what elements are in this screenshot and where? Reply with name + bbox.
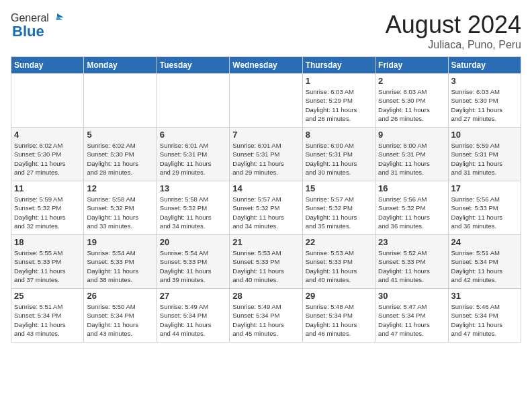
calendar-day-cell: 25Sunrise: 5:51 AMSunset: 5:34 PMDayligh… <box>11 289 84 342</box>
calendar-day-cell: 10Sunrise: 5:59 AMSunset: 5:31 PMDayligh… <box>448 128 521 181</box>
day-info: Sunrise: 5:58 AMSunset: 5:32 PMDaylight:… <box>160 195 226 230</box>
calendar-day-cell: 23Sunrise: 5:52 AMSunset: 5:33 PMDayligh… <box>375 235 448 289</box>
day-number: 17 <box>451 183 518 193</box>
calendar-day-cell: 6Sunrise: 6:01 AMSunset: 5:31 PMDaylight… <box>157 128 229 181</box>
calendar-week-row: 25Sunrise: 5:51 AMSunset: 5:34 PMDayligh… <box>11 289 521 342</box>
day-number: 12 <box>87 183 153 193</box>
calendar-day-cell: 17Sunrise: 5:56 AMSunset: 5:33 PMDayligh… <box>448 181 521 235</box>
calendar-day-cell: 3Sunrise: 6:03 AMSunset: 5:30 PMDaylight… <box>448 74 521 128</box>
weekday-header-monday: Monday <box>84 57 157 74</box>
day-number: 23 <box>378 237 445 247</box>
day-number: 8 <box>306 130 372 140</box>
day-number: 21 <box>232 237 299 247</box>
day-number: 6 <box>160 130 226 140</box>
calendar-day-cell: 27Sunrise: 5:49 AMSunset: 5:34 PMDayligh… <box>157 289 229 342</box>
calendar-day-cell: 16Sunrise: 5:56 AMSunset: 5:32 PMDayligh… <box>375 181 448 235</box>
calendar-day-cell: 15Sunrise: 5:57 AMSunset: 5:32 PMDayligh… <box>302 181 375 235</box>
calendar-day-cell: 22Sunrise: 5:53 AMSunset: 5:33 PMDayligh… <box>302 235 375 289</box>
day-info: Sunrise: 5:53 AMSunset: 5:33 PMDaylight:… <box>232 248 299 284</box>
calendar-week-row: 4Sunrise: 6:02 AMSunset: 5:30 PMDaylight… <box>11 128 521 181</box>
day-info: Sunrise: 5:50 AMSunset: 5:34 PMDaylight:… <box>87 302 153 338</box>
day-info: Sunrise: 5:54 AMSunset: 5:33 PMDaylight:… <box>87 248 153 284</box>
weekday-header-saturday: Saturday <box>448 57 521 74</box>
calendar-day-cell: 20Sunrise: 5:54 AMSunset: 5:33 PMDayligh… <box>157 235 229 289</box>
calendar-day-cell: 4Sunrise: 6:02 AMSunset: 5:30 PMDaylight… <box>11 128 84 181</box>
calendar-day-cell: 14Sunrise: 5:57 AMSunset: 5:32 PMDayligh… <box>230 181 302 235</box>
calendar-day-cell: 7Sunrise: 6:01 AMSunset: 5:31 PMDaylight… <box>230 128 302 181</box>
calendar-day-cell: 30Sunrise: 5:47 AMSunset: 5:34 PMDayligh… <box>375 289 448 342</box>
day-info: Sunrise: 5:52 AMSunset: 5:33 PMDaylight:… <box>378 248 445 284</box>
day-number: 11 <box>14 183 81 193</box>
day-info: Sunrise: 5:48 AMSunset: 5:34 PMDaylight:… <box>306 302 372 338</box>
day-number: 3 <box>451 76 518 86</box>
calendar-day-cell: 21Sunrise: 5:53 AMSunset: 5:33 PMDayligh… <box>230 235 302 289</box>
calendar-week-row: 1Sunrise: 6:03 AMSunset: 5:29 PMDaylight… <box>11 74 521 128</box>
calendar-day-cell: 13Sunrise: 5:58 AMSunset: 5:32 PMDayligh… <box>157 181 229 235</box>
day-number: 9 <box>378 130 445 140</box>
location-subtitle: Juliaca, Puno, Peru <box>386 39 521 51</box>
day-info: Sunrise: 5:49 AMSunset: 5:34 PMDaylight:… <box>160 302 226 338</box>
day-info: Sunrise: 6:02 AMSunset: 5:30 PMDaylight:… <box>14 141 81 177</box>
day-info: Sunrise: 5:47 AMSunset: 5:34 PMDaylight:… <box>378 302 445 338</box>
day-info: Sunrise: 5:55 AMSunset: 5:33 PMDaylight:… <box>14 248 81 284</box>
calendar-day-cell: 1Sunrise: 6:03 AMSunset: 5:29 PMDaylight… <box>302 74 375 128</box>
day-number: 13 <box>160 183 226 193</box>
day-number: 10 <box>451 130 518 140</box>
day-number: 31 <box>451 291 518 301</box>
day-number: 30 <box>378 291 445 301</box>
calendar-day-cell: 18Sunrise: 5:55 AMSunset: 5:33 PMDayligh… <box>11 235 84 289</box>
day-info: Sunrise: 5:57 AMSunset: 5:32 PMDaylight:… <box>306 195 372 230</box>
calendar-week-row: 18Sunrise: 5:55 AMSunset: 5:33 PMDayligh… <box>11 235 521 289</box>
day-number: 1 <box>306 76 372 86</box>
calendar-day-cell: 8Sunrise: 6:00 AMSunset: 5:31 PMDaylight… <box>302 128 375 181</box>
calendar-day-cell: 5Sunrise: 6:02 AMSunset: 5:30 PMDaylight… <box>84 128 157 181</box>
day-number: 2 <box>378 76 445 86</box>
day-info: Sunrise: 5:56 AMSunset: 5:32 PMDaylight:… <box>378 195 445 230</box>
weekday-header-tuesday: Tuesday <box>157 57 229 74</box>
day-number: 16 <box>378 183 445 193</box>
day-info: Sunrise: 6:03 AMSunset: 5:30 PMDaylight:… <box>378 87 445 123</box>
calendar-day-cell: 11Sunrise: 5:59 AMSunset: 5:32 PMDayligh… <box>11 181 84 235</box>
day-info: Sunrise: 5:59 AMSunset: 5:31 PMDaylight:… <box>451 141 518 177</box>
day-number: 18 <box>14 237 81 247</box>
day-number: 24 <box>451 237 518 247</box>
weekday-header-friday: Friday <box>375 57 448 74</box>
day-number: 26 <box>87 291 153 301</box>
day-info: Sunrise: 6:00 AMSunset: 5:31 PMDaylight:… <box>378 141 445 177</box>
calendar-day-cell: 29Sunrise: 5:48 AMSunset: 5:34 PMDayligh… <box>302 289 375 342</box>
day-info: Sunrise: 6:00 AMSunset: 5:31 PMDaylight:… <box>306 141 372 177</box>
day-info: Sunrise: 6:01 AMSunset: 5:31 PMDaylight:… <box>232 141 299 177</box>
weekday-header-thursday: Thursday <box>302 57 375 74</box>
day-info: Sunrise: 6:01 AMSunset: 5:31 PMDaylight:… <box>160 141 226 177</box>
day-number: 25 <box>14 291 81 301</box>
day-number: 5 <box>87 130 153 140</box>
calendar-day-cell: 9Sunrise: 6:00 AMSunset: 5:31 PMDaylight… <box>375 128 448 181</box>
calendar-day-cell: 31Sunrise: 5:46 AMSunset: 5:34 PMDayligh… <box>448 289 521 342</box>
calendar-week-row: 11Sunrise: 5:59 AMSunset: 5:32 PMDayligh… <box>11 181 521 235</box>
calendar-empty-cell <box>11 74 84 128</box>
day-info: Sunrise: 5:59 AMSunset: 5:32 PMDaylight:… <box>14 195 81 230</box>
day-info: Sunrise: 5:57 AMSunset: 5:32 PMDaylight:… <box>232 195 299 230</box>
calendar-day-cell: 19Sunrise: 5:54 AMSunset: 5:33 PMDayligh… <box>84 235 157 289</box>
calendar-day-cell: 12Sunrise: 5:58 AMSunset: 5:32 PMDayligh… <box>84 181 157 235</box>
calendar-day-cell: 26Sunrise: 5:50 AMSunset: 5:34 PMDayligh… <box>84 289 157 342</box>
day-info: Sunrise: 6:03 AMSunset: 5:29 PMDaylight:… <box>306 87 372 123</box>
calendar-day-cell: 24Sunrise: 5:51 AMSunset: 5:34 PMDayligh… <box>448 235 521 289</box>
day-number: 19 <box>87 237 153 247</box>
day-info: Sunrise: 6:03 AMSunset: 5:30 PMDaylight:… <box>451 87 518 123</box>
day-info: Sunrise: 5:58 AMSunset: 5:32 PMDaylight:… <box>87 195 153 230</box>
day-info: Sunrise: 5:49 AMSunset: 5:34 PMDaylight:… <box>232 302 299 338</box>
calendar-day-cell: 28Sunrise: 5:49 AMSunset: 5:34 PMDayligh… <box>230 289 302 342</box>
calendar-empty-cell <box>230 74 302 128</box>
day-number: 15 <box>306 183 372 193</box>
day-info: Sunrise: 5:46 AMSunset: 5:34 PMDaylight:… <box>451 302 518 338</box>
calendar-day-cell: 2Sunrise: 6:03 AMSunset: 5:30 PMDaylight… <box>375 74 448 128</box>
page-header: General Blue August 2024 Juliaca, Puno, … <box>11 11 521 51</box>
calendar-table: SundayMondayTuesdayWednesdayThursdayFrid… <box>11 56 521 342</box>
month-year-title: August 2024 <box>386 11 521 39</box>
logo-blue-text: Blue <box>12 23 44 40</box>
day-info: Sunrise: 5:56 AMSunset: 5:33 PMDaylight:… <box>451 195 518 230</box>
weekday-header-sunday: Sunday <box>11 57 84 74</box>
day-number: 20 <box>160 237 226 247</box>
day-number: 29 <box>306 291 372 301</box>
